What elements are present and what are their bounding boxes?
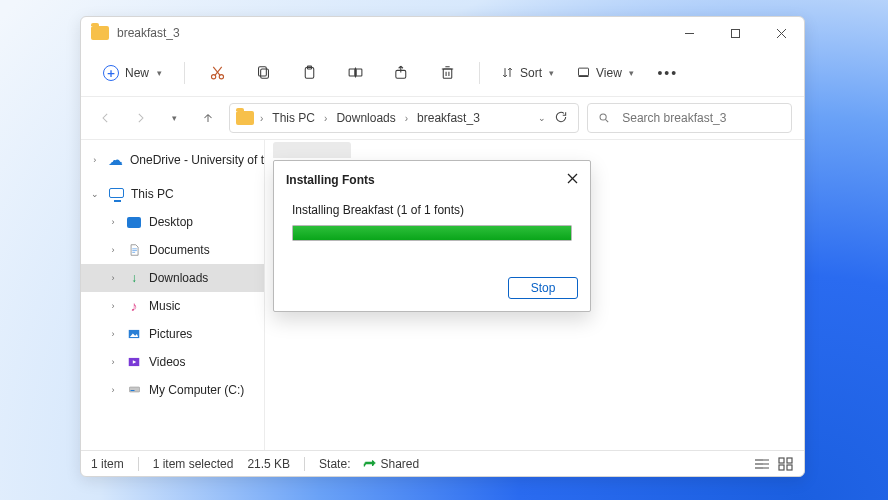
chevron-down-icon: ⌄ [89, 189, 101, 199]
svg-rect-40 [787, 458, 792, 463]
sidebar-item-thispc[interactable]: ⌄ This PC [81, 180, 264, 208]
svg-rect-16 [443, 69, 452, 78]
dialog-status-text: Installing Breakfast (1 of 1 fonts) [292, 203, 572, 217]
sidebar-item-label: Downloads [149, 271, 208, 285]
more-button[interactable]: ••• [648, 56, 688, 90]
breadcrumb: breakfast_3 [414, 104, 483, 132]
window-title: breakfast_3 [117, 26, 180, 40]
dialog-close-button[interactable] [567, 173, 578, 187]
thumbnails-view-button[interactable] [778, 457, 794, 471]
svg-rect-39 [779, 458, 784, 463]
navigation-pane: › ☁ OneDrive - University of t ⌄ This PC… [81, 140, 265, 450]
stop-button[interactable]: Stop [508, 277, 578, 299]
svg-rect-8 [260, 69, 268, 78]
sort-button-label: Sort [520, 66, 542, 80]
body-area: › ☁ OneDrive - University of t ⌄ This PC… [81, 139, 804, 450]
rename-button[interactable] [335, 56, 375, 90]
chevron-right-icon: › [405, 113, 408, 124]
chevron-right-icon: › [260, 113, 263, 124]
cloud-icon: ☁ [107, 151, 124, 169]
search-input[interactable] [620, 110, 781, 126]
plus-icon: ＋ [103, 65, 119, 81]
content-pane: Installing Fonts Installing Breakfast (1… [265, 140, 804, 450]
up-button[interactable] [195, 103, 221, 133]
svg-rect-21 [579, 68, 589, 76]
close-button[interactable] [758, 17, 804, 49]
svg-rect-41 [779, 465, 784, 470]
sidebar-item-label: OneDrive - University of t [130, 153, 264, 167]
titlebar: breakfast_3 [81, 17, 804, 49]
sidebar-item-label: Documents [149, 243, 210, 257]
sidebar-item-music[interactable]: › ♪ Music [81, 292, 264, 320]
details-view-button[interactable] [754, 457, 770, 471]
sidebar-item-videos[interactable]: › Videos [81, 348, 264, 376]
svg-rect-1 [731, 29, 739, 37]
sidebar-item-desktop[interactable]: › Desktop [81, 208, 264, 236]
chevron-right-icon: › [107, 273, 119, 283]
chevron-right-icon: › [107, 385, 119, 395]
sidebar-item-label: This PC [131, 187, 174, 201]
sort-button[interactable]: Sort ▾ [492, 56, 562, 90]
minimize-button[interactable] [666, 17, 712, 49]
status-selected: 1 item selected [153, 457, 234, 471]
drive-icon [125, 384, 143, 396]
svg-line-24 [606, 120, 609, 123]
chevron-right-icon: › [107, 357, 119, 367]
search-box[interactable] [587, 103, 792, 133]
new-button[interactable]: ＋ New ▾ [93, 58, 172, 88]
divider [479, 62, 480, 84]
maximize-button[interactable] [712, 17, 758, 49]
paste-button[interactable] [289, 56, 329, 90]
toolbar: ＋ New ▾ Sort ▾ View [81, 49, 804, 97]
svg-point-23 [600, 114, 606, 120]
sidebar-item-label: Pictures [149, 327, 192, 341]
divider [184, 62, 185, 84]
file-explorer-window: breakfast_3 ＋ New ▾ [80, 16, 805, 477]
stop-button-label: Stop [531, 281, 556, 295]
document-icon [125, 243, 143, 257]
search-icon [598, 111, 610, 125]
svg-rect-32 [129, 387, 139, 392]
folder-icon [236, 111, 254, 125]
chevron-right-icon: › [107, 329, 119, 339]
copy-button[interactable] [243, 56, 283, 90]
address-row: ▾ › This PC › Downloads › breakfast_3 ⌄ [81, 97, 804, 139]
chevron-right-icon: › [107, 301, 119, 311]
breadcrumb: This PC [269, 104, 318, 132]
dialog-title: Installing Fonts [286, 173, 375, 187]
sidebar-item-drive-c[interactable]: › My Computer (C:) [81, 376, 264, 404]
chevron-down-icon: ▾ [157, 68, 162, 78]
sidebar-item-documents[interactable]: › Documents [81, 236, 264, 264]
sidebar-item-onedrive[interactable]: › ☁ OneDrive - University of t [81, 146, 264, 174]
sidebar-item-pictures[interactable]: › Pictures [81, 320, 264, 348]
chevron-right-icon: › [107, 217, 119, 227]
status-bar: 1 item 1 item selected 21.5 KB State: ⮫S… [81, 450, 804, 476]
sidebar-item-downloads[interactable]: › ↓ Downloads [81, 264, 264, 292]
status-state-label: State: [319, 457, 350, 471]
chevron-down-icon: ▾ [549, 68, 554, 78]
svg-rect-9 [258, 67, 266, 76]
status-item-count: 1 item [91, 457, 124, 471]
chevron-down-icon[interactable]: ⌄ [538, 113, 546, 123]
chevron-right-icon: › [107, 245, 119, 255]
new-button-label: New [125, 66, 149, 80]
recent-dropdown[interactable]: ▾ [161, 103, 187, 133]
share-button[interactable] [381, 56, 421, 90]
refresh-button[interactable] [554, 110, 568, 127]
share-icon: ⮫ [364, 457, 376, 471]
sidebar-item-label: Music [149, 299, 180, 313]
svg-rect-42 [787, 465, 792, 470]
back-button[interactable] [93, 103, 119, 133]
forward-button[interactable] [127, 103, 153, 133]
view-button[interactable]: View ▾ [568, 56, 642, 90]
address-bar[interactable]: › This PC › Downloads › breakfast_3 ⌄ [229, 103, 579, 133]
cut-button[interactable] [197, 56, 237, 90]
pictures-icon [125, 327, 143, 341]
delete-button[interactable] [427, 56, 467, 90]
progress-bar [292, 225, 572, 241]
folder-icon [91, 26, 109, 40]
status-state-value: ⮫Shared [364, 457, 419, 471]
window-controls [666, 17, 804, 49]
view-button-label: View [596, 66, 622, 80]
sidebar-item-label: Videos [149, 355, 185, 369]
